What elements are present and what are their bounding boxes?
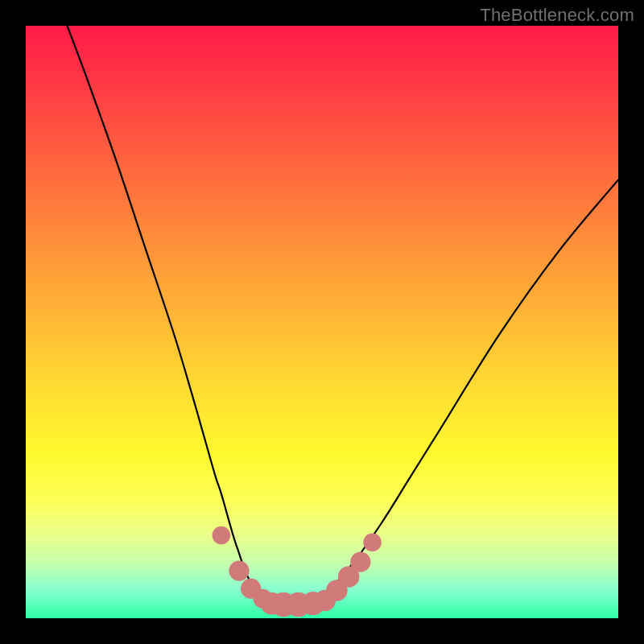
bottleneck-curve-svg xyxy=(26,26,618,618)
curve-marker xyxy=(363,534,382,552)
bottleneck-curve xyxy=(68,26,618,607)
curve-marker xyxy=(213,526,231,545)
curve-marker xyxy=(229,561,249,581)
curve-marker xyxy=(350,551,370,572)
curve-floor-markers xyxy=(213,526,382,617)
watermark-text: TheBottleneck.com xyxy=(480,5,634,26)
chart-plot-area xyxy=(26,26,618,618)
